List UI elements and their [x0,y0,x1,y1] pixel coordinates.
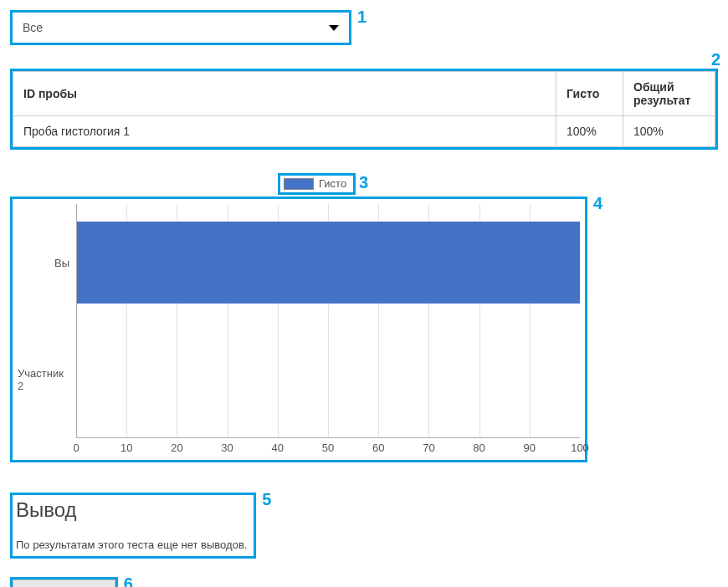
legend-label: Гисто [319,177,346,190]
col-header-result: Общий результат [623,72,715,116]
x-tick: 80 [473,442,484,454]
annotation-label: 4 [593,194,602,213]
x-tick: 70 [423,442,434,454]
x-tick: 90 [524,442,536,454]
bar-row [77,204,580,321]
conclusion-text: По результатам этого теста еще нет вывод… [16,539,247,551]
x-tick: 60 [372,442,384,454]
col-header-gisto: Гисто [556,72,623,116]
bar [77,222,580,304]
cell-result: 100% [623,116,715,147]
results-table: ID пробы Гисто Общий результат Проба гис… [13,71,715,147]
chevron-down-icon [329,25,339,31]
cell-gisto: 100% [556,116,623,147]
table-row: Проба гистология 1 100% 100% [13,116,715,147]
x-tick: 30 [221,442,233,454]
x-tick: 20 [171,442,182,454]
col-header-id: ID пробы [13,72,556,116]
cell-id: Проба гистология 1 [13,116,556,147]
y-category: Вы [18,204,76,321]
filter-selected-value: Все [23,21,43,34]
annotation-label: 6 [124,574,133,587]
bar-row [77,321,580,438]
x-tick: 10 [120,442,132,454]
x-tick: 100 [571,442,589,454]
results-chart: Вы Участник 2 [18,204,580,438]
annotation-label: 3 [359,173,368,192]
legend-color-swatch [284,178,314,190]
x-tick: 50 [322,442,334,454]
filter-dropdown[interactable]: Все [13,13,349,43]
annotation-label: 5 [262,490,271,509]
y-category: Участник 2 [18,321,76,438]
conclusion-title: Вывод [16,498,247,522]
x-tick: 40 [272,442,284,454]
annotation-label: 1 [357,8,367,27]
annotation-label: 2 [711,50,720,69]
acknowledge-button[interactable]: Ознакомился [13,579,115,587]
x-tick: 0 [73,442,79,454]
chart-legend: Гисто [280,176,350,191]
